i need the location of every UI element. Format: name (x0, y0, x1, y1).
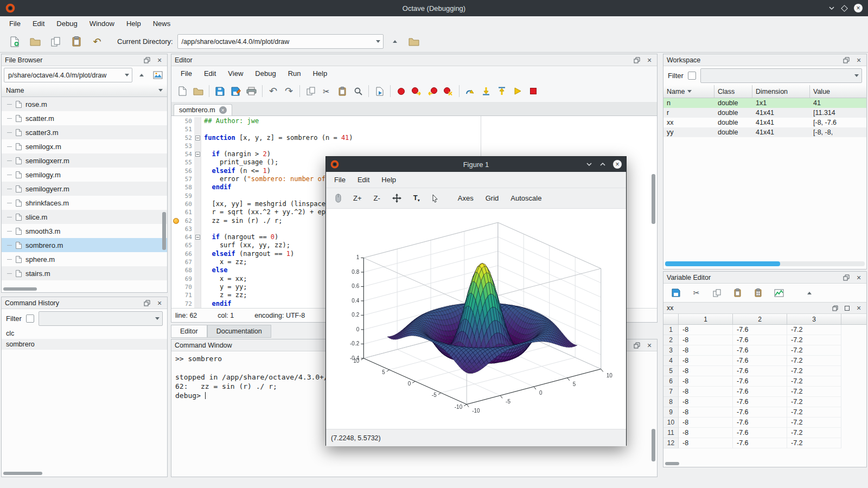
code-line[interactable]: 51 (171, 125, 657, 133)
file-browser-vscrollbar[interactable] (162, 212, 166, 250)
undo-button[interactable]: ↶ (89, 34, 105, 50)
undock-icon[interactable] (842, 273, 851, 282)
fold-margin[interactable] (194, 291, 201, 299)
window-unshade-icon[interactable] (599, 162, 606, 166)
editor-header[interactable]: Editor (171, 54, 657, 66)
continue-button[interactable] (509, 84, 525, 99)
history-item[interactable]: sombrero (2, 339, 167, 350)
breakpoint-margin[interactable] (171, 233, 180, 241)
menu-window[interactable]: Window (84, 17, 120, 30)
ve-row-number[interactable]: 10 (663, 418, 679, 428)
ve-cell[interactable]: -7.6 (733, 438, 787, 448)
ve-cell[interactable]: -8 (679, 387, 733, 397)
code-line[interactable]: 53 (171, 142, 657, 150)
window-titlebar[interactable]: Octave (Debugging) (0, 0, 868, 16)
directory-up-button[interactable] (388, 34, 403, 49)
ve-row-number[interactable]: 1 (663, 325, 679, 335)
ve-cell[interactable]: -7.6 (733, 366, 787, 376)
ve-cell[interactable]: -8 (679, 418, 733, 428)
workspace-hscrollbar[interactable] (665, 261, 865, 266)
variable-tab[interactable]: xx (663, 302, 866, 314)
column-header-value[interactable]: Value (810, 85, 866, 98)
step-out-button[interactable] (494, 84, 509, 99)
figure-titlebar[interactable]: Figure 1 (326, 157, 626, 172)
ve-cell[interactable]: -7.6 (733, 397, 787, 407)
fold-margin[interactable] (194, 142, 201, 150)
file-row[interactable]: semilogy.m (2, 168, 167, 182)
fold-margin[interactable] (194, 192, 201, 200)
paste-button[interactable] (68, 34, 85, 50)
ve-row-number[interactable]: 7 (663, 387, 679, 397)
undock-icon[interactable] (143, 299, 151, 307)
breakpoint-margin[interactable] (171, 291, 180, 299)
print-button[interactable] (244, 84, 259, 99)
editor-menu-run[interactable]: Run (282, 67, 307, 80)
editor-menu-help[interactable]: Help (307, 67, 333, 80)
file-browser-hscrollbar[interactable] (2, 286, 167, 292)
fold-margin[interactable] (194, 275, 201, 283)
menu-help[interactable]: Help (120, 17, 147, 30)
fold-margin[interactable] (194, 134, 201, 142)
editor-menu-debug[interactable]: Debug (249, 67, 282, 80)
breakpoint-margin[interactable] (171, 275, 180, 283)
history-filter-combo[interactable] (39, 311, 163, 326)
ve-cell[interactable]: -8 (679, 397, 733, 407)
line-number[interactable]: 55 (180, 158, 194, 166)
editor-menu-file[interactable]: File (175, 67, 198, 80)
breakpoint-margin[interactable] (171, 258, 180, 266)
cut-button[interactable]: ✂ (318, 84, 334, 99)
paste-button[interactable] (334, 84, 350, 99)
workspace-row[interactable]: ndouble1x141 (663, 98, 866, 108)
copy-button[interactable] (709, 285, 725, 301)
ve-column-header[interactable]: 3 (787, 314, 841, 324)
cut-button[interactable]: ✂ (688, 285, 704, 301)
open-file-button[interactable] (27, 34, 43, 50)
editor-vscrollbar[interactable] (652, 174, 655, 224)
workspace-row[interactable]: rdouble41x41[11.314 (663, 108, 866, 118)
ve-cell[interactable]: -7.2 (787, 335, 841, 345)
file-row[interactable]: stairs.m (2, 266, 167, 280)
code-line[interactable]: 52function [x, y, z] = sombrero (n = 41) (171, 134, 657, 142)
plot-variable-button[interactable] (771, 285, 787, 301)
line-number[interactable]: 62 (180, 217, 194, 225)
file-row[interactable]: scatter3.m (2, 125, 167, 139)
ve-column-header[interactable]: 1 (679, 314, 733, 324)
undo-button[interactable]: ↶ (265, 84, 281, 99)
fold-margin[interactable] (194, 208, 201, 216)
line-number[interactable]: 56 (180, 167, 194, 175)
workspace-header[interactable]: Workspace (663, 54, 866, 66)
command-history-header[interactable]: Command History (2, 297, 167, 309)
zoom-out-button[interactable]: Z- (371, 192, 383, 204)
paste-table-button[interactable] (750, 285, 766, 301)
breakpoint-margin[interactable] (171, 250, 180, 258)
ve-cell[interactable]: -8 (679, 345, 733, 356)
next-breakpoint-button[interactable] (409, 84, 425, 99)
close-icon[interactable] (854, 273, 863, 282)
ve-cell[interactable]: -7.2 (787, 438, 841, 448)
ve-cell[interactable]: -8 (679, 407, 733, 418)
fold-margin[interactable] (194, 200, 201, 208)
line-number[interactable]: 64 (180, 233, 194, 241)
ve-row-number[interactable]: 9 (663, 407, 679, 418)
find-button[interactable] (350, 84, 366, 99)
file-row[interactable]: rose.m (2, 97, 167, 111)
ve-cell[interactable]: -7.2 (787, 387, 841, 397)
menu-edit[interactable]: Edit (27, 17, 50, 30)
fold-margin[interactable] (194, 283, 201, 291)
close-icon[interactable] (155, 56, 164, 65)
ve-cell[interactable]: -8 (679, 438, 733, 448)
fold-collapse-icon[interactable] (195, 152, 200, 157)
window-maximize-icon[interactable] (842, 4, 847, 12)
close-icon[interactable] (854, 56, 863, 65)
breakpoint-margin[interactable] (171, 200, 180, 208)
fold-margin[interactable] (194, 158, 201, 166)
editor-menu-edit[interactable]: Edit (198, 67, 222, 80)
ve-cell[interactable]: -7.2 (787, 376, 841, 387)
previous-breakpoint-button[interactable] (425, 84, 441, 99)
ve-cell[interactable]: -7.6 (733, 376, 787, 387)
ve-cell[interactable]: -7.6 (733, 335, 787, 345)
fold-margin[interactable] (194, 183, 201, 191)
line-number[interactable]: 65 (180, 241, 194, 249)
breakpoint-margin[interactable] (171, 183, 180, 191)
variable-editor-hscrollbar[interactable] (663, 461, 866, 467)
